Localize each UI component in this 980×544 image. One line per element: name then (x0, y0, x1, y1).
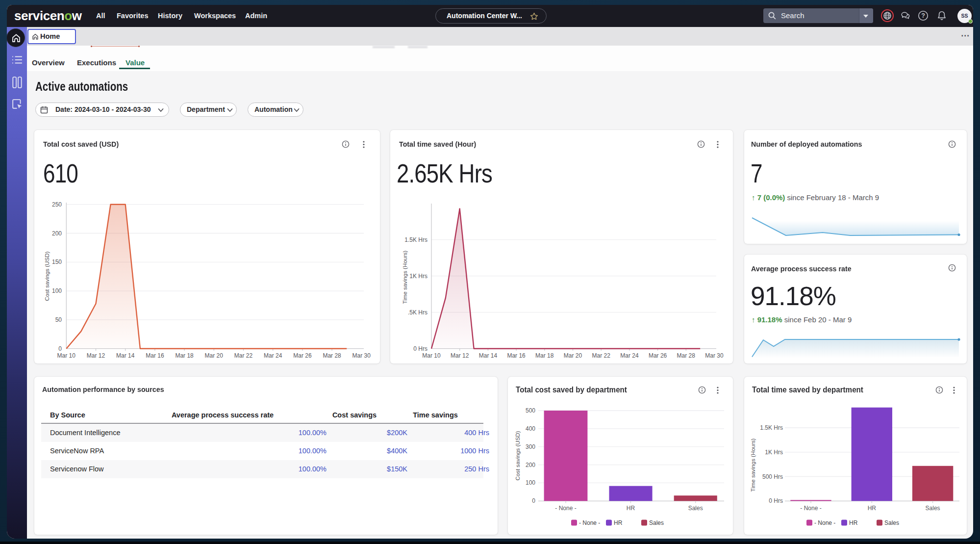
svg-text:Mar 10: Mar 10 (57, 352, 76, 359)
svg-text:500: 500 (526, 407, 535, 414)
svg-text:Mar 16: Mar 16 (507, 352, 526, 359)
svg-text:100: 100 (526, 479, 535, 486)
svg-text:HR: HR (849, 519, 858, 526)
svg-text:Mar 14: Mar 14 (116, 352, 135, 359)
svg-text:1K Hrs: 1K Hrs (765, 449, 783, 456)
svg-text:400: 400 (526, 425, 535, 432)
svg-text:Mar 12: Mar 12 (451, 352, 469, 359)
svg-text:200: 200 (526, 462, 535, 468)
svg-text:0 Hrs: 0 Hrs (769, 497, 783, 504)
svg-text:50: 50 (55, 316, 62, 323)
svg-text:Sales: Sales (926, 505, 940, 512)
svg-text:Time savings (Hours): Time savings (Hours) (750, 438, 756, 492)
svg-text:Mar 24: Mar 24 (620, 352, 639, 359)
svg-text:Sales: Sales (884, 519, 899, 526)
svg-text:HR: HR (868, 505, 877, 512)
svg-text:Time savings (Hours): Time savings (Hours) (402, 250, 408, 304)
svg-text:Mar 14: Mar 14 (479, 352, 498, 359)
svg-text:1.5K Hrs: 1.5K Hrs (404, 236, 427, 243)
svg-text:1K Hrs: 1K Hrs (409, 273, 427, 280)
svg-text:Mar 26: Mar 26 (293, 352, 312, 359)
svg-text:Mar 20: Mar 20 (205, 352, 224, 359)
svg-text:- None -: - None - (579, 519, 600, 526)
svg-text:100: 100 (52, 287, 62, 294)
svg-text:Mar 28: Mar 28 (677, 352, 696, 359)
svg-text:?: ? (921, 12, 925, 19)
svg-text:1.5K Hrs: 1.5K Hrs (760, 424, 783, 431)
svg-text:Sales: Sales (688, 505, 703, 512)
svg-text:Mar 18: Mar 18 (175, 352, 194, 359)
svg-text:Mar 22: Mar 22 (592, 352, 611, 359)
svg-text:300: 300 (526, 443, 535, 450)
svg-text:Sales: Sales (649, 519, 664, 526)
svg-text:Mar 28: Mar 28 (323, 352, 341, 359)
svg-text:.5K Hrs: .5K Hrs (408, 309, 427, 316)
svg-text:- None -: - None - (555, 505, 576, 512)
svg-text:Mar 16: Mar 16 (146, 352, 164, 359)
svg-text:Mar 10: Mar 10 (422, 352, 441, 359)
svg-text:Mar 12: Mar 12 (87, 352, 105, 359)
svg-text:HR: HR (627, 505, 635, 512)
svg-text:150: 150 (52, 259, 62, 265)
svg-text:Cost savings (USD): Cost savings (USD) (44, 251, 50, 301)
svg-text:Mar 30: Mar 30 (705, 352, 724, 359)
svg-text:0: 0 (532, 497, 535, 504)
svg-text:200: 200 (52, 230, 62, 237)
svg-text:- None -: - None - (814, 519, 835, 526)
svg-text:Mar 20: Mar 20 (564, 352, 582, 359)
svg-text:Mar 26: Mar 26 (649, 352, 667, 359)
svg-text:Cost savings (USD): Cost savings (USD) (515, 431, 521, 480)
svg-text:500 Hrs: 500 Hrs (762, 473, 783, 480)
svg-text:Mar 24: Mar 24 (264, 352, 282, 359)
svg-text:Mar 30: Mar 30 (352, 352, 371, 359)
svg-text:HR: HR (614, 519, 623, 526)
svg-text:Mar 22: Mar 22 (234, 352, 253, 359)
svg-text:0: 0 (58, 345, 62, 352)
svg-text:- None -: - None - (800, 505, 821, 512)
svg-text:0 Hrs: 0 Hrs (413, 345, 427, 352)
svg-text:Mar 18: Mar 18 (535, 352, 554, 359)
svg-text:250: 250 (52, 201, 62, 208)
